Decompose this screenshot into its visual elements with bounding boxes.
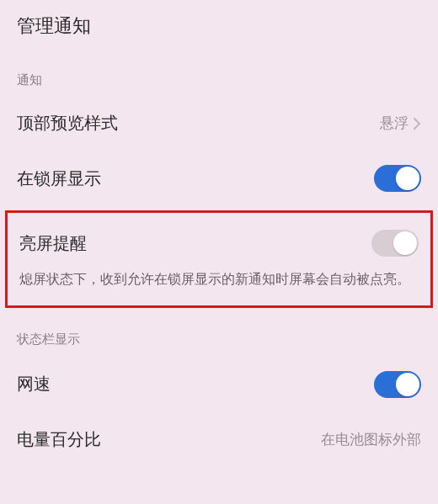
row-battery-percent[interactable]: 电量百分比 在电池图标外部 bbox=[0, 413, 438, 451]
wake-reminder-description: 熄屏状态下，收到允许在锁屏显示的新通知时屏幕会自动被点亮。 bbox=[19, 268, 419, 290]
wake-reminder-label: 亮屏提醒 bbox=[19, 232, 87, 255]
row-lockscreen-show[interactable]: 在锁屏显示 bbox=[0, 150, 438, 207]
preview-style-value: 悬浮 bbox=[380, 114, 409, 133]
row-net-speed[interactable]: 网速 bbox=[0, 356, 438, 413]
wake-reminder-toggle[interactable] bbox=[371, 230, 419, 257]
preview-style-value-wrap: 悬浮 bbox=[380, 114, 421, 133]
preview-style-label: 顶部预览样式 bbox=[17, 112, 118, 135]
row-wake-reminder[interactable]: 亮屏提醒 bbox=[19, 221, 419, 268]
battery-percent-label: 电量百分比 bbox=[17, 428, 101, 451]
section-header-notifications: 通知 bbox=[0, 54, 438, 97]
lockscreen-show-toggle[interactable] bbox=[374, 165, 421, 192]
highlight-wake-reminder: 亮屏提醒 熄屏状态下，收到允许在锁屏显示的新通知时屏幕会自动被点亮。 bbox=[5, 210, 433, 308]
net-speed-label: 网速 bbox=[17, 373, 51, 395]
battery-percent-value: 在电池图标外部 bbox=[321, 430, 421, 449]
lockscreen-show-label: 在锁屏显示 bbox=[17, 167, 101, 190]
net-speed-toggle[interactable] bbox=[374, 371, 421, 398]
row-preview-style[interactable]: 顶部预览样式 悬浮 bbox=[0, 97, 438, 150]
chevron-right-icon bbox=[414, 118, 421, 130]
page-title: 管理通知 bbox=[0, 0, 438, 54]
section-header-statusbar: 状态栏显示 bbox=[0, 313, 438, 356]
